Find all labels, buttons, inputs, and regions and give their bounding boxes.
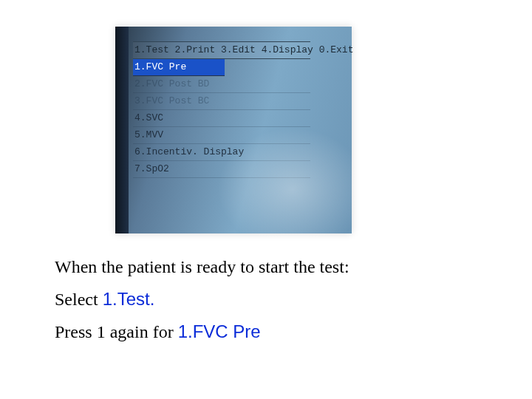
menu-header: 1.Test 2.Print 3.Edit 4.Display 0.Exit	[133, 41, 310, 59]
menu-item-svc[interactable]: 4.SVC	[133, 110, 310, 127]
caption-line-3-highlight: 1.FVC Pre	[178, 321, 261, 341]
caption-line-1: When the patient is ready to start the t…	[55, 254, 349, 279]
screen-bezel	[115, 27, 129, 233]
caption-line-2-plain: Select	[55, 290, 103, 309]
device-screen-photo: 1.Test 2.Print 3.Edit 4.Display 0.Exit 1…	[115, 27, 352, 233]
menu-item-fvc-pre[interactable]: 1.FVC Pre	[133, 59, 225, 76]
caption-line-2-highlight: 1.Test.	[103, 289, 155, 309]
menu-item-fvc-post-bd[interactable]: 2.FVC Post BD	[133, 76, 310, 93]
device-menu: 1.Test 2.Print 3.Edit 4.Display 0.Exit 1…	[133, 41, 310, 178]
caption-line-3: Press 1 again for 1.FVC Pre	[55, 319, 349, 344]
caption-line-3-plain: Press 1 again for	[55, 322, 178, 341]
instruction-caption: When the patient is ready to start the t…	[55, 254, 349, 352]
menu-item-mvv[interactable]: 5.MVV	[133, 127, 310, 144]
menu-item-incentive-display[interactable]: 6.Incentiv. Display	[133, 144, 310, 161]
menu-item-spo2[interactable]: 7.SpO2	[133, 161, 310, 178]
caption-line-2: Select 1.Test.	[55, 287, 349, 312]
menu-item-fvc-post-bc[interactable]: 3.FVC Post BC	[133, 93, 310, 110]
